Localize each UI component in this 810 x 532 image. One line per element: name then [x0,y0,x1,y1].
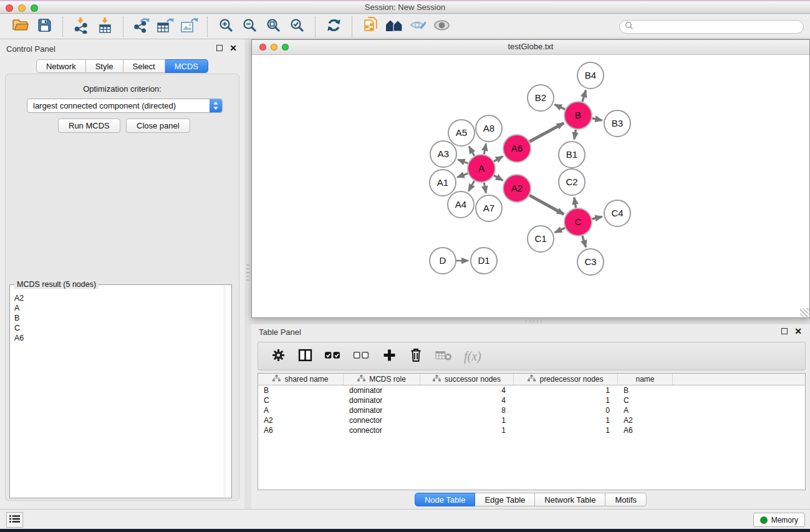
minimize-window-button[interactable] [18,4,26,12]
export-table-button[interactable] [153,16,177,37]
graph-edge-A-A3[interactable] [458,160,468,163]
graph-node-A7[interactable]: A7 [476,195,502,221]
table-row[interactable]: A2connector11A2 [258,415,805,425]
graph-node-A1[interactable]: A1 [430,170,456,196]
network-close-button[interactable] [259,44,266,51]
graph-node-B[interactable]: B [564,102,592,129]
graph-edge-A-A6[interactable] [494,157,503,162]
save-session-button[interactable] [32,16,56,37]
mcds-result-item[interactable]: B [14,313,223,323]
graph-edge-B-B4[interactable] [582,90,586,102]
export-image-button[interactable] [177,16,201,37]
graph-node-A2[interactable]: A2 [503,175,531,202]
graph-node-D[interactable]: D [430,248,456,274]
zoom-fit-button[interactable] [261,16,285,37]
network-minimize-button[interactable] [271,44,277,51]
mcds-result-item[interactable]: C [14,323,223,333]
tab-motifs[interactable]: Motifs [605,493,647,506]
graph-node-C3[interactable]: C3 [577,249,604,275]
graph-edge-A-A8[interactable] [484,144,486,155]
select-all-button[interactable] [324,347,341,365]
graph-node-B3[interactable]: B3 [604,110,630,137]
table-row[interactable]: Bdominator41B [258,385,805,395]
zoom-out-button[interactable] [238,16,261,37]
graph-edge-A2-C[interactable] [529,195,564,214]
tab-mcds[interactable]: MCDS [165,59,208,73]
tab-network[interactable]: Network [36,59,86,73]
graph-node-A3[interactable]: A3 [430,141,456,167]
resize-grip[interactable] [800,308,809,317]
graph-edge-C-C3[interactable] [582,236,586,247]
graph-edge-A6-B[interactable] [529,123,564,142]
float-table-panel-icon[interactable] [781,328,788,334]
graph-node-A4[interactable]: A4 [448,191,474,218]
graph-edge-A-A2[interactable] [494,175,503,180]
graph-node-A[interactable]: A [468,155,495,182]
graph-node-C1[interactable]: C1 [528,226,554,252]
refresh-network-button[interactable] [322,16,345,37]
show-panels-button[interactable] [6,512,23,528]
table-mode-button[interactable] [271,347,286,365]
open-session-button[interactable] [9,16,32,37]
table-row[interactable]: A6connector11A6 [258,425,805,435]
show-columns-button[interactable] [297,347,312,365]
export-network-button[interactable] [130,16,153,37]
new-column-button[interactable] [382,347,397,365]
column-header-MCDS-role[interactable]: MCDS role [344,374,420,385]
graph-edge-A-A4[interactable] [468,181,474,191]
new-network-from-selection-button[interactable] [359,16,382,37]
import-table-button[interactable] [93,16,117,37]
graph-edge-C-C4[interactable] [592,216,602,219]
graph-edge-B-B2[interactable] [555,105,566,110]
graph-node-C[interactable]: C [564,208,592,236]
table-row[interactable]: Adominator80A [258,405,805,415]
graph-node-A8[interactable]: A8 [476,115,502,142]
float-panel-icon[interactable] [216,45,223,51]
network-canvas[interactable]: B4B2BB3A8A5A6A3B1AA1C2A2A4A7C4CC1DD1C3 [252,55,809,317]
close-panel-icon[interactable]: ✕ [229,45,237,51]
memory-button[interactable]: Memory [753,513,805,527]
import-network-button[interactable] [69,16,93,37]
show-all-button[interactable] [430,16,453,37]
run-mcds-button[interactable]: Run MCDS [58,118,120,133]
graph-edge-B-B3[interactable] [592,118,602,120]
graph-node-B2[interactable]: B2 [528,85,554,111]
tab-select[interactable]: Select [123,59,165,73]
network-zoom-button[interactable] [282,44,289,51]
close-table-panel-icon[interactable]: ✕ [794,328,802,334]
mcds-result-item[interactable]: A6 [14,333,223,343]
zoom-window-button[interactable] [31,4,38,12]
delete-columns-button[interactable] [408,347,423,365]
tab-style[interactable]: Style [86,59,123,73]
deselect-all-button[interactable] [353,347,370,365]
zoom-selected-button[interactable] [285,16,309,37]
graph-node-B4[interactable]: B4 [577,62,604,89]
table-row[interactable]: Cdominator41C [258,395,805,405]
criterion-select[interactable]: largest connected component (directed) [27,99,223,113]
search-input[interactable] [637,21,803,32]
graph-edge-C-C1[interactable] [555,228,565,232]
column-header-shared-name[interactable]: shared name [258,374,344,385]
tab-edge-table[interactable]: Edge Table [475,493,535,506]
column-header-name[interactable]: name [618,374,673,385]
result-scrollbar[interactable] [224,286,231,497]
hide-selected-button[interactable] [406,16,430,37]
graph-node-A5[interactable]: A5 [448,120,475,146]
graph-node-C2[interactable]: C2 [559,169,585,195]
graph-node-C4[interactable]: C4 [604,200,630,226]
graph-node-A6[interactable]: A6 [503,135,531,162]
graph-edge-A-A7[interactable] [484,183,486,193]
vertical-splitter-handle[interactable] [246,264,249,281]
graph-edge-B-B1[interactable] [574,130,576,140]
first-neighbors-button[interactable] [382,16,406,37]
tab-network-table[interactable]: Network Table [535,493,605,506]
mcds-result-item[interactable]: A [14,303,223,313]
close-panel-button[interactable]: Close panel [126,118,190,133]
column-header-predecessor-nodes[interactable]: predecessor nodes [514,374,618,385]
graph-node-D1[interactable]: D1 [471,248,497,274]
graph-edge-A-A1[interactable] [457,173,468,177]
horizontal-splitter-handle[interactable] [526,319,542,322]
graph-node-B1[interactable]: B1 [559,142,585,168]
graph-edge-C-C2[interactable] [574,198,576,208]
zoom-in-button[interactable] [214,16,238,37]
